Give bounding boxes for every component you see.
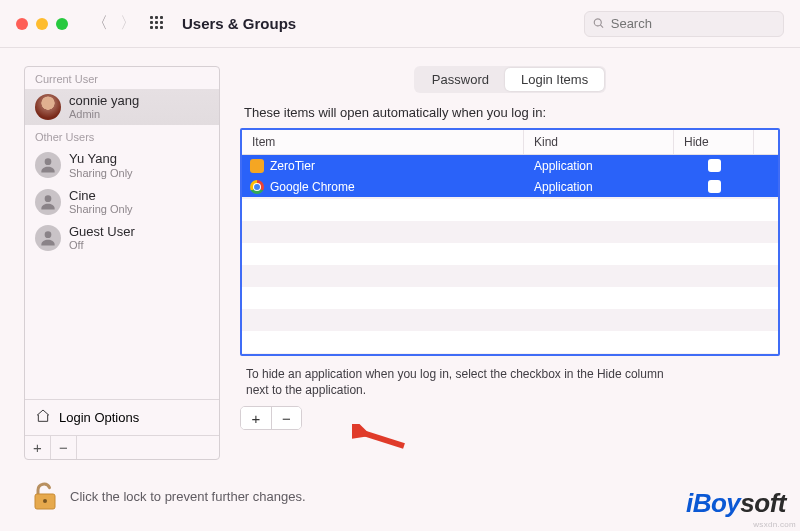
lock-row[interactable]: Click the lock to prevent further change… <box>32 481 306 511</box>
user-role: Off <box>69 239 135 251</box>
home-icon <box>35 408 51 427</box>
content-pane: Password Login Items These items will op… <box>240 66 780 460</box>
svg-line-3 <box>360 432 404 446</box>
table-row[interactable]: ZeroTier Application <box>242 155 778 176</box>
forward-button[interactable]: 〉 <box>120 13 136 34</box>
minimize-window-button[interactable] <box>36 18 48 30</box>
item-kind: Application <box>524 159 674 173</box>
user-list-sidebar: Current User connie yang Admin Other Use… <box>24 66 220 460</box>
item-kind: Application <box>524 180 674 194</box>
sidebar-footer: + − <box>25 435 219 459</box>
table-row[interactable]: Google Chrome Application <box>242 176 778 197</box>
col-item[interactable]: Item <box>242 130 524 154</box>
watermark: iBoysoft <box>686 488 786 519</box>
nav-arrows: 〈 〉 <box>92 13 136 34</box>
user-name: Cine <box>69 189 133 203</box>
user-role: Sharing Only <box>69 167 133 179</box>
zoom-window-button[interactable] <box>56 18 68 30</box>
tab-group: Password Login Items <box>414 66 606 93</box>
app-icon <box>250 159 264 173</box>
table-header: Item Kind Hide <box>242 130 778 155</box>
login-options-label: Login Options <box>59 410 139 425</box>
hide-checkbox[interactable] <box>708 180 721 193</box>
hide-checkbox[interactable] <box>708 159 721 172</box>
svg-point-2 <box>45 231 52 238</box>
user-role: Sharing Only <box>69 203 133 215</box>
user-name: connie yang <box>69 94 139 108</box>
user-row[interactable]: CineSharing Only <box>25 184 219 220</box>
toolbar: 〈 〉 Users & Groups <box>0 0 800 48</box>
app-icon <box>250 180 264 194</box>
add-user-button[interactable]: + <box>25 436 51 459</box>
window-controls <box>16 18 68 30</box>
item-name: ZeroTier <box>270 159 315 173</box>
avatar-icon <box>35 189 61 215</box>
user-row[interactable]: Yu YangSharing Only <box>25 147 219 183</box>
annotation-arrow <box>352 424 408 457</box>
tab-password[interactable]: Password <box>416 68 505 91</box>
pane-title: Users & Groups <box>182 15 296 32</box>
col-hide[interactable]: Hide <box>674 130 754 154</box>
unlocked-lock-icon <box>32 481 58 511</box>
search-icon <box>593 17 605 30</box>
user-row-current[interactable]: connie yang Admin <box>25 89 219 125</box>
user-name: Guest User <box>69 225 135 239</box>
source-note: wsxdn.com <box>753 520 796 529</box>
lock-text: Click the lock to prevent further change… <box>70 489 306 504</box>
tab-login-items[interactable]: Login Items <box>505 68 604 91</box>
close-window-button[interactable] <box>16 18 28 30</box>
login-items-table[interactable]: Item Kind Hide ZeroTier Application Goog… <box>240 128 780 356</box>
hide-hint-text: To hide an application when you log in, … <box>246 366 676 398</box>
user-name: Yu Yang <box>69 152 133 166</box>
avatar-icon <box>35 152 61 178</box>
avatar-icon <box>35 94 61 120</box>
user-role: Admin <box>69 108 139 120</box>
login-options-button[interactable]: Login Options <box>25 399 219 435</box>
show-all-prefs-icon[interactable] <box>150 16 166 32</box>
avatar-icon <box>35 225 61 251</box>
remove-login-item-button[interactable]: − <box>271 407 301 429</box>
item-name: Google Chrome <box>270 180 355 194</box>
current-user-header: Current User <box>25 67 219 89</box>
add-login-item-button[interactable]: + <box>241 407 271 429</box>
back-button[interactable]: 〈 <box>92 13 108 34</box>
other-users-header: Other Users <box>25 125 219 147</box>
svg-point-0 <box>45 159 52 166</box>
svg-point-5 <box>43 499 47 503</box>
login-items-pm: + − <box>240 406 302 430</box>
user-row[interactable]: Guest UserOff <box>25 220 219 256</box>
svg-point-1 <box>45 195 52 202</box>
login-items-description: These items will open automatically when… <box>244 105 776 120</box>
col-kind[interactable]: Kind <box>524 130 674 154</box>
search-input[interactable] <box>611 16 775 31</box>
remove-user-button[interactable]: − <box>51 436 77 459</box>
search-field[interactable] <box>584 11 784 37</box>
